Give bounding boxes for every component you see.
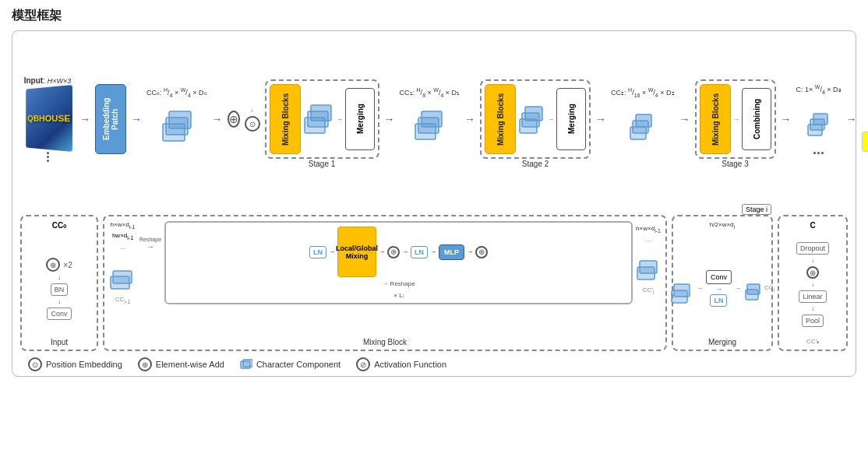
hw-di1-label: h×w×di-1 bbox=[111, 221, 136, 230]
merging-1: Merging bbox=[345, 88, 375, 150]
page-container: 模型框架 Input: H×W×3 QBHOUSE → Patch bbox=[0, 0, 868, 464]
svg-rect-25 bbox=[747, 284, 760, 294]
input-bottom-label: Input bbox=[51, 338, 68, 346]
h2-size-label: h/2×w×di bbox=[710, 221, 735, 230]
arrow-6: → bbox=[595, 113, 606, 125]
mlp-box: MLP bbox=[439, 244, 464, 260]
char-component-legend-icon bbox=[240, 359, 252, 370]
cc-i-label: CCi bbox=[764, 284, 774, 293]
feat-stack-svg-1 bbox=[159, 100, 194, 151]
stage-2-content: Mixing Blocks → Merging bbox=[485, 84, 586, 154]
page-title: 模型框架 bbox=[12, 8, 856, 24]
output-box: qbhouse bbox=[862, 132, 868, 152]
dots bbox=[47, 152, 49, 162]
svg-rect-17 bbox=[813, 114, 827, 125]
feat-stack-s2 bbox=[518, 94, 545, 145]
legend-row: ⊙ Position Embedding ⊕ Element-wise Add … bbox=[20, 357, 848, 371]
feat-stack-2: CC₁: H/8 × W/4 × D₁ bbox=[400, 87, 460, 151]
legend-char-component: Character Component bbox=[240, 359, 340, 370]
cc-i1-section: h×w×di-1 hw×di-1 … CCi-1 bbox=[109, 221, 136, 304]
pos-embed-legend-icon: ⊙ bbox=[28, 357, 42, 371]
cc-prime-3-label: CC'₃ bbox=[806, 338, 819, 345]
dropout-box: Dropout bbox=[796, 242, 829, 255]
bottom-row: CC₀ ⊕ ×2 ↓ BN ↓ Conv Input bbox=[20, 215, 848, 351]
cc-prime-section: h×w×di-1 … CC'i bbox=[636, 221, 661, 294]
arrow-9: → bbox=[846, 113, 857, 125]
feat-stack-1: CC₀: H/4 × W/4 × D₀ bbox=[146, 87, 207, 151]
mixing-block-title: Mixing Block bbox=[363, 338, 407, 346]
cc0-detail-block: CC₀ ⊕ ×2 ↓ BN ↓ Conv Input bbox=[20, 215, 98, 351]
pos-embed-connector: ↓ ⊙ bbox=[245, 107, 260, 132]
stage-3-box: Mixing Blocks → Combining Stage 3 bbox=[695, 79, 776, 159]
top-row: Input: H×W×3 QBHOUSE → Patch Embedding →… bbox=[20, 37, 848, 201]
cc-i-stack bbox=[744, 271, 761, 306]
mixing-blocks-3: Mixing Blocks bbox=[700, 84, 731, 154]
reshape-section: Reshape → bbox=[139, 221, 161, 251]
cc-prime-i-label: CC'i bbox=[643, 286, 655, 295]
merging-detail-block: Stage i h/2×w×di → Conv → LN → bbox=[672, 215, 773, 351]
legend-activation-fn: ⊘ Activation Function bbox=[356, 357, 446, 371]
add-circle-2: ⊕ bbox=[387, 246, 400, 258]
legend-element-add: ⊕ Element-wise Add bbox=[138, 357, 224, 371]
hw-di1-label-r: h×w×di-1 bbox=[636, 225, 661, 234]
conv-ln-section: Conv → LN bbox=[706, 270, 732, 307]
arrow-4: → bbox=[384, 113, 395, 125]
cc2-label: CC₂: H/16 × W/4 × D₂ bbox=[611, 87, 674, 98]
mixing-blocks-2: Mixing Blocks bbox=[485, 84, 516, 154]
conv-merging: Conv bbox=[706, 270, 732, 284]
stage-1-content: Mixing Blocks → Merging bbox=[270, 84, 375, 154]
c-detail-block: C Dropout ↓ ⊕ ↓ Linear ↓ Pool CC'₃ bbox=[778, 215, 848, 351]
activation-legend-icon: ⊘ bbox=[356, 357, 370, 371]
svg-rect-21 bbox=[640, 261, 657, 273]
mixing-flow-box: LN → Local/Global Mixing → ⊕ → LN → bbox=[164, 221, 633, 304]
feat-stack-svg-2 bbox=[414, 100, 445, 151]
input-image: QBHOUSE bbox=[26, 85, 72, 152]
mixing-flow-inner: LN → Local/Global Mixing → ⊕ → LN → bbox=[309, 227, 488, 277]
cc-prime-stacks bbox=[636, 245, 661, 284]
activation-legend-label: Activation Function bbox=[374, 360, 446, 369]
svg-rect-2 bbox=[169, 111, 191, 128]
x2-label: ×2 bbox=[63, 261, 72, 269]
input-block: Input: H×W×3 QBHOUSE bbox=[20, 76, 75, 162]
dots-c bbox=[813, 152, 824, 154]
bn-box: BN bbox=[51, 283, 69, 296]
arrow-2: → bbox=[131, 113, 142, 125]
mixing-block-inner: h×w×di-1 hw×di-1 … CCi-1 Reshape → bbox=[109, 221, 661, 304]
elem-add-legend-icon: ⊕ bbox=[138, 357, 152, 371]
pos-embed-legend-label: Position Embedding bbox=[46, 360, 122, 369]
local-global-box: Local/Global Mixing bbox=[337, 227, 376, 277]
add-circle-3: ⊕ bbox=[475, 246, 488, 258]
cc-i1-label: CCi-1 bbox=[115, 296, 130, 304]
arrow-5: → bbox=[464, 113, 475, 125]
stage-3-content: Mixing Blocks → Combining bbox=[700, 84, 771, 154]
position-embed-symbol: ⊙ bbox=[245, 116, 260, 132]
cc1-label: CC₁: H/8 × W/4 × D₁ bbox=[400, 87, 460, 98]
mixing-blocks-1: Mixing Blocks bbox=[270, 84, 301, 154]
pool-box: Pool bbox=[802, 315, 824, 327]
mixing-block-detail: h×w×di-1 hw×di-1 … CCi-1 Reshape → bbox=[103, 215, 667, 351]
x-li-label: × Lᵢ bbox=[393, 292, 403, 299]
feat-stack-svg-c bbox=[805, 97, 832, 147]
add-circle: ⊕ bbox=[46, 258, 60, 272]
reshape-right-label: → Reshape bbox=[382, 280, 415, 287]
svg-rect-11 bbox=[525, 107, 542, 121]
stage-3-label: Stage 3 bbox=[722, 160, 748, 168]
feat-stack-3: CC₂: H/16 × W/4 × D₂ bbox=[611, 87, 674, 151]
input-label: Input: H×W×3 bbox=[24, 76, 72, 85]
c-detail-label: C bbox=[810, 221, 815, 230]
arrow-8: → bbox=[781, 113, 792, 125]
cc-i1-stacks bbox=[109, 255, 136, 294]
merging-2: Merging bbox=[556, 88, 586, 150]
conv-box-cc0: Conv bbox=[47, 308, 71, 320]
ln-box-2: LN bbox=[411, 246, 428, 258]
arrow-1: → bbox=[79, 113, 90, 125]
cc0-detail-label: CC₀ bbox=[52, 221, 66, 230]
stage-i-badge: Stage i bbox=[742, 204, 771, 215]
fc-block: FC ↓ qbhouse bbox=[862, 87, 868, 152]
combining: Combining bbox=[742, 88, 771, 150]
svg-rect-27 bbox=[243, 360, 252, 367]
cc0-label: CC₀: H/4 × W/4 × D₀ bbox=[146, 87, 207, 98]
cc0-top: ⊕ ×2 bbox=[46, 258, 72, 272]
ln-box-1: LN bbox=[309, 246, 326, 258]
add-symbol-1: ⊕ bbox=[228, 111, 240, 128]
